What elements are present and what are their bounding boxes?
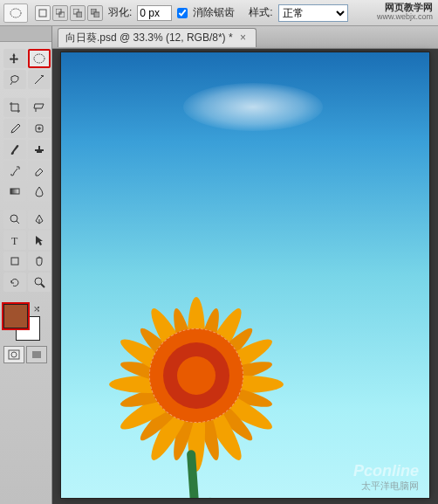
tool-grid: T xyxy=(3,49,48,299)
options-bar: 羽化: 消除锯齿 样式: 正常 网页教学网 www.webjx.com xyxy=(0,0,438,26)
mode-add-icon[interactable] xyxy=(52,5,68,21)
history-brush-tool[interactable] xyxy=(3,161,26,180)
type-tool[interactable]: T xyxy=(3,231,26,250)
document-tab-title: 向日葵.psd @ 33.3% (12, RGB/8*) * xyxy=(65,31,233,45)
clone-stamp-tool[interactable] xyxy=(28,140,51,159)
lasso-tool[interactable] xyxy=(3,70,26,89)
slice-tool[interactable] xyxy=(28,98,51,117)
svg-point-8 xyxy=(34,54,44,63)
svg-rect-14 xyxy=(11,258,18,265)
brand-en: www.webjx.com xyxy=(377,12,433,22)
svg-point-0 xyxy=(10,9,21,17)
current-tool-indicator[interactable] xyxy=(3,3,28,23)
rotate-view-tool[interactable] xyxy=(3,273,26,292)
blur-tool[interactable] xyxy=(28,182,51,201)
healing-brush-tool[interactable] xyxy=(28,119,51,138)
svg-point-12 xyxy=(10,215,17,222)
eraser-tool[interactable] xyxy=(28,161,51,180)
brush-tool[interactable] xyxy=(3,140,26,159)
swap-colors-icon[interactable]: ⤭ xyxy=(33,304,40,314)
eyedropper-tool[interactable] xyxy=(3,119,26,138)
marquee-tool[interactable] xyxy=(28,49,51,68)
move-tool[interactable] xyxy=(3,49,26,68)
svg-rect-1 xyxy=(39,10,46,17)
feather-input[interactable] xyxy=(137,5,172,21)
dodge-tool[interactable] xyxy=(3,210,26,229)
path-select-tool[interactable] xyxy=(28,231,51,250)
style-select[interactable]: 正常 xyxy=(278,4,348,22)
feather-label: 羽化: xyxy=(108,5,132,20)
sunflower-art xyxy=(100,280,327,498)
watermark-brand: 网页教学网 www.webjx.com xyxy=(377,3,433,22)
svg-point-9 xyxy=(42,75,44,77)
toolbox-panel: T ⤭ xyxy=(0,26,52,504)
screen-mode-icon[interactable] xyxy=(26,346,47,363)
document-tab[interactable]: 向日葵.psd @ 33.3% (12, RGB/8*) * × xyxy=(58,28,257,47)
close-icon[interactable]: × xyxy=(238,32,249,43)
canvas-area: Pconline 太平洋电脑网 xyxy=(52,49,438,504)
pen-tool[interactable] xyxy=(28,210,51,229)
shape-tool[interactable] xyxy=(3,252,26,271)
mode-intersect-icon[interactable] xyxy=(87,5,103,21)
style-label: 样式: xyxy=(249,5,272,20)
svg-text:T: T xyxy=(11,235,18,246)
crop-tool[interactable] xyxy=(3,98,26,117)
standard-mode-icon[interactable] xyxy=(3,346,24,363)
watermark-pconline-cn: 太平洋电脑网 xyxy=(361,480,419,493)
toolbox-handle[interactable] xyxy=(0,26,51,42)
selection-mode-group xyxy=(35,5,103,21)
color-swatches: ⤭ xyxy=(3,304,40,341)
svg-rect-3 xyxy=(59,12,65,17)
svg-rect-5 xyxy=(77,12,82,17)
antialias-checkbox[interactable] xyxy=(177,8,188,18)
zoom-tool[interactable] xyxy=(28,273,51,292)
gradient-tool[interactable] xyxy=(3,182,26,201)
brand-cn: 网页教学网 xyxy=(377,3,433,12)
antialias-label: 消除锯齿 xyxy=(193,5,235,20)
svg-point-15 xyxy=(35,278,42,285)
svg-rect-2 xyxy=(56,9,61,14)
document-tabbar: 向日葵.psd @ 33.3% (12, RGB/8*) * × xyxy=(52,26,438,49)
hand-tool[interactable] xyxy=(28,252,51,271)
svg-rect-7 xyxy=(94,12,99,17)
mode-subtract-icon[interactable] xyxy=(70,5,86,21)
watermark-pconline: Pconline xyxy=(353,462,419,480)
cloud-shape xyxy=(183,83,323,131)
svg-rect-11 xyxy=(10,189,19,194)
magic-wand-tool[interactable] xyxy=(28,70,51,89)
mode-new-icon[interactable] xyxy=(35,5,51,21)
foreground-color-swatch[interactable] xyxy=(3,304,28,328)
document-canvas[interactable]: Pconline 太平洋电脑网 xyxy=(61,52,429,498)
quickmask-row xyxy=(3,346,48,363)
svg-point-17 xyxy=(11,352,17,357)
svg-rect-18 xyxy=(32,351,41,358)
